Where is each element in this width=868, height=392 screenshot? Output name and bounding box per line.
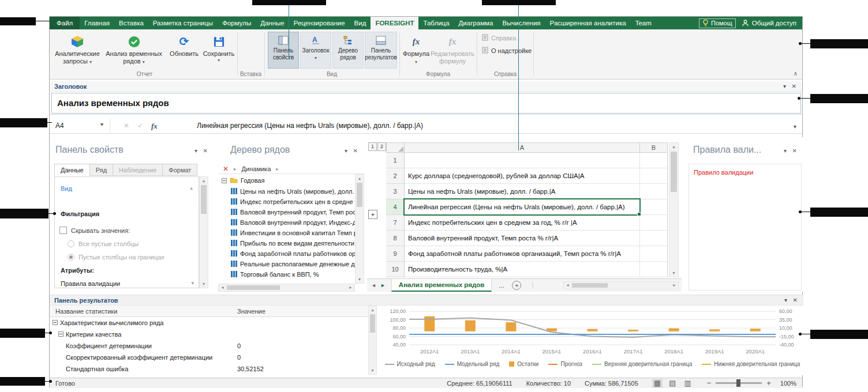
page-break-view-icon[interactable]: ▥ xyxy=(682,379,693,388)
scroll-up-icon[interactable]: ▲ xyxy=(356,175,364,182)
panel-close-icon[interactable]: ✕ xyxy=(792,148,797,154)
select-all-corner[interactable] xyxy=(386,142,405,153)
cell[interactable] xyxy=(640,153,668,168)
formula-input[interactable]: Линейная регрессия (Цены на нефть Urals … xyxy=(197,119,785,133)
row-header[interactable]: 7 xyxy=(386,215,405,231)
results-row[interactable]: Характеристики вычислимого ряда xyxy=(50,317,368,329)
ribbon-tab-foresight[interactable]: FORESIGHT xyxy=(371,17,418,29)
ribbon-tab-calculations[interactable]: Вычисления xyxy=(497,17,545,29)
section-collapse-icon[interactable]: ▴ xyxy=(190,185,193,191)
tab-format[interactable]: Формат xyxy=(163,164,197,176)
analytic-queries-button[interactable]: Аналитические запросы ▾ xyxy=(53,31,102,71)
panel-dropdown-icon[interactable]: ▾ xyxy=(783,81,786,92)
cell[interactable] xyxy=(640,262,668,277)
scroll-up-icon[interactable]: ▲ xyxy=(369,306,376,314)
formula-bar-expand-icon[interactable]: ▾ xyxy=(794,122,796,132)
sheet-nav-left-icon[interactable]: ◄ xyxy=(371,282,376,288)
tree-item[interactable]: Прибыль по всем видам деятельности, xyxy=(218,238,355,248)
cell[interactable]: Курс доллара (среднегодовой), рублей за … xyxy=(405,168,640,184)
dropdown-caret-icon[interactable]: ▾ xyxy=(191,280,194,286)
tree-vertical-scrollbar[interactable]: ▲ ▼ xyxy=(355,174,364,284)
column-header-a[interactable]: A xyxy=(405,142,640,153)
row-header[interactable]: 3 xyxy=(386,184,405,199)
ribbon-tab-table[interactable]: Таблица xyxy=(418,17,454,29)
sheet-vertical-scrollbar[interactable]: ▲ ▼ xyxy=(669,142,679,277)
scroll-thumb[interactable] xyxy=(572,283,608,288)
scroll-thumb[interactable] xyxy=(201,185,207,214)
toggle-title-button[interactable]: A Заголовок▾ xyxy=(300,32,331,69)
panel-close-icon[interactable]: ✕ xyxy=(793,295,798,306)
ribbon-tab-review[interactable]: Рецензирование xyxy=(289,17,350,29)
scroll-right-icon[interactable]: ► xyxy=(347,284,354,291)
scroll-thumb[interactable] xyxy=(370,314,375,333)
scroll-right-icon[interactable]: ► xyxy=(671,282,678,289)
tree-item[interactable]: Реальные располагаемые денежные д xyxy=(218,259,355,269)
properties-scrollbar[interactable]: ▲ ▼ xyxy=(199,176,208,288)
edge-empty-columns-radio[interactable] xyxy=(68,254,74,261)
column-header-b[interactable]: B xyxy=(640,142,668,153)
tab-observation[interactable]: Наблюдение xyxy=(113,164,163,176)
ribbon-tab-insert[interactable]: Вставка xyxy=(114,17,148,29)
sheet-tab-overflow[interactable]: ... xyxy=(499,282,504,289)
results-row[interactable]: Скорректированный коэффициент детерминац… xyxy=(50,352,368,363)
sheet-tab-active[interactable]: Анализ временных рядов xyxy=(391,279,492,292)
panel-close-icon[interactable]: ✕ xyxy=(203,148,208,154)
row-header[interactable]: 1 xyxy=(386,153,405,168)
enter-icon[interactable]: ✓ xyxy=(137,119,143,133)
row-header[interactable]: 8 xyxy=(386,231,405,246)
cell[interactable]: Цены на нефть Urals (мировые), долл. / б… xyxy=(405,184,640,199)
tab-series[interactable]: Ряд xyxy=(90,164,113,176)
row-header[interactable]: 4 xyxy=(386,199,405,215)
panel-dropdown-icon[interactable]: ▾ xyxy=(194,148,197,154)
scroll-left-icon[interactable]: ◄ xyxy=(219,284,226,291)
scroll-up-icon[interactable]: ▲ xyxy=(200,177,208,184)
cell[interactable] xyxy=(405,153,640,168)
toggle-properties-panel-button[interactable]: Панель свойств xyxy=(268,32,299,69)
cell[interactable] xyxy=(640,231,668,246)
page-layout-view-icon[interactable]: ▤ xyxy=(667,379,678,388)
breadcrumb-arrow-icon[interactable]: ▸ xyxy=(276,166,279,172)
panel-dropdown-icon[interactable]: ▾ xyxy=(784,148,787,154)
scroll-down-icon[interactable]: ▼ xyxy=(669,269,678,277)
ribbon-tab-advanced-analytics[interactable]: Расширенная аналитика xyxy=(545,17,631,29)
outline-level-1-button[interactable]: 1 xyxy=(368,142,377,151)
ribbon-tab-data[interactable]: Данные xyxy=(256,17,289,29)
cell[interactable]: Валовой внутренний продукт, Темп роста %… xyxy=(405,231,640,246)
validation-rules-dropdown[interactable]: Правила валидации xyxy=(61,280,120,287)
tell-me-box[interactable]: Помощ xyxy=(699,18,736,28)
cell[interactable] xyxy=(640,168,668,184)
ribbon-tab-page-layout[interactable]: Разметка страницы xyxy=(148,17,218,29)
normal-view-icon[interactable]: ▦ xyxy=(652,379,663,388)
results-row[interactable]: Критерии качества xyxy=(50,329,368,340)
collapse-icon[interactable] xyxy=(222,178,227,183)
ribbon-tab-home[interactable]: Главная xyxy=(80,17,114,29)
remove-icon[interactable]: ✕ xyxy=(223,165,229,173)
sheet-horizontal-scrollbar[interactable]: ◄ ► xyxy=(563,281,679,289)
tree-horizontal-scrollbar[interactable]: ◄ ► xyxy=(218,284,355,292)
results-row[interactable]: Коэффициент детерминации 0 xyxy=(50,340,368,352)
collapse-icon[interactable] xyxy=(58,331,63,337)
zoom-slider-thumb[interactable] xyxy=(736,379,740,387)
splitter-icon[interactable]: ⋮ xyxy=(529,282,536,289)
scroll-thumb[interactable] xyxy=(357,183,362,207)
zoom-in-icon[interactable]: + xyxy=(766,379,771,387)
toggle-results-panel-button[interactable]: Панель результатов xyxy=(365,32,397,69)
ribbon-tab-file[interactable]: Файл xyxy=(50,17,80,29)
row-header[interactable]: 2 xyxy=(386,168,405,184)
panel-dropdown-icon[interactable]: ▾ xyxy=(345,148,347,154)
tab-data[interactable]: Данные xyxy=(54,164,90,176)
formula-button[interactable]: fx Формула▾ xyxy=(402,31,430,71)
collapse-ribbon-icon[interactable]: ∧ xyxy=(794,70,798,77)
row-header[interactable]: 10 xyxy=(386,262,405,277)
tree-root-item[interactable]: Годовая xyxy=(218,175,355,186)
cell[interactable] xyxy=(640,199,668,215)
sheet-nav-right-icon[interactable]: ► xyxy=(380,282,386,288)
hide-values-checkbox[interactable] xyxy=(59,227,67,234)
cell[interactable]: Фонд заработной платы работников организ… xyxy=(405,246,640,262)
about-addin-button[interactable]: О надстройке xyxy=(482,47,532,55)
save-button[interactable]: Сохранить ▾ xyxy=(202,31,235,71)
panel-close-icon[interactable]: ✕ xyxy=(792,81,796,92)
scroll-up-icon[interactable]: ▲ xyxy=(669,143,678,150)
scroll-down-icon[interactable]: ▼ xyxy=(200,280,208,288)
scroll-down-icon[interactable]: ▼ xyxy=(356,276,364,283)
